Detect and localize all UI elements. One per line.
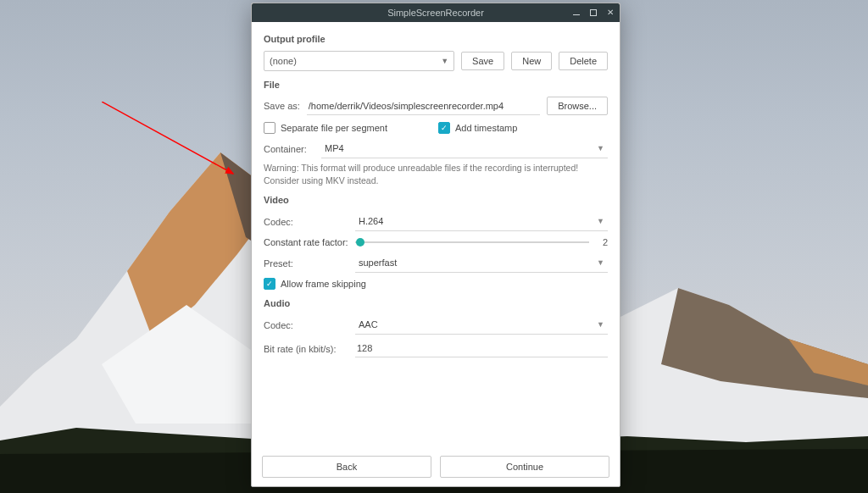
chevron-down-icon: ▼ [597,144,604,152]
bitrate-label: Bit rate (in kbit/s): [264,344,348,354]
chevron-down-icon: ▼ [441,57,448,65]
profile-new-button[interactable]: New [511,52,552,70]
continue-button[interactable]: Continue [440,456,609,478]
container-warning: Warning: This format will produce unread… [264,162,608,186]
add-timestamp-label: Add timestamp [455,123,517,133]
wizard-footer: Back Continue [252,449,620,486]
preset-value: superfast [355,258,397,268]
preset-label: Preset: [264,258,348,269]
preset-select[interactable]: superfast ▼ [355,253,608,273]
video-codec-select[interactable]: H.264 ▼ [355,212,608,231]
add-timestamp-checkbox[interactable]: Add timestamp [438,122,517,134]
back-button[interactable]: Back [262,456,431,478]
slider-thumb-icon [356,238,364,246]
bitrate-input[interactable] [355,340,608,357]
window-close-button[interactable] [604,7,616,19]
profile-delete-button[interactable]: Delete [559,52,608,70]
separate-file-label: Separate file per segment [281,123,387,133]
window-maximize-button[interactable] [587,7,599,19]
output-profile-select[interactable]: (none) ▼ [264,51,454,71]
audio-heading: Audio [264,298,608,308]
checkbox-icon [264,122,275,134]
save-as-input[interactable] [307,97,540,115]
separate-file-checkbox[interactable]: Separate file per segment [264,122,387,134]
container-value: MP4 [321,143,344,153]
app-window: SimpleScreenRecorder Output profile (non… [251,3,620,487]
container-label: Container: [264,144,314,154]
checkbox-icon [438,122,450,134]
video-codec-label: Codec: [264,217,348,227]
save-as-label: Save as: [264,101,300,111]
chevron-down-icon: ▼ [597,258,604,267]
output-profile-value: (none) [270,56,297,66]
browse-button[interactable]: Browse... [547,97,608,115]
video-codec-value: H.264 [355,216,383,226]
crf-slider[interactable] [355,236,589,248]
output-profile-heading: Output profile [264,34,608,44]
file-heading: File [264,80,608,90]
crf-value: 2 [596,237,608,247]
chevron-down-icon: ▼ [597,217,604,225]
checkbox-icon [264,278,275,290]
crf-label: Constant rate factor: [264,237,348,247]
container-select[interactable]: MP4 ▼ [321,139,608,158]
chevron-down-icon: ▼ [597,320,604,329]
window-title: SimpleScreenRecorder [387,8,484,18]
profile-save-button[interactable]: Save [461,52,504,70]
audio-codec-label: Codec: [264,320,348,330]
window-minimize-button[interactable] [570,7,582,19]
allow-frame-skipping-checkbox[interactable]: Allow frame skipping [264,278,366,290]
titlebar[interactable]: SimpleScreenRecorder [252,3,620,22]
video-heading: Video [264,195,608,205]
audio-codec-value: AAC [355,319,378,330]
audio-codec-select[interactable]: AAC ▼ [355,315,608,335]
allow-frame-skipping-label: Allow frame skipping [281,279,366,289]
